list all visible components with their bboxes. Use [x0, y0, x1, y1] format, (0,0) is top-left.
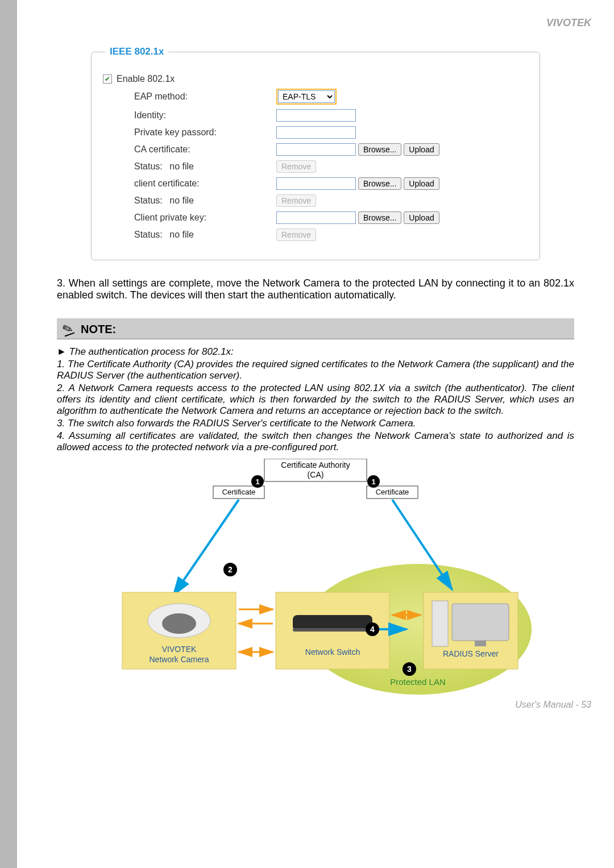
brand-text: VIVOTEK — [546, 17, 591, 28]
client-cert-upload-button[interactable]: Upload — [404, 177, 439, 190]
identity-row: Identity: — [103, 109, 528, 122]
diagram-svg: Certificate Authority (CA) Certificate C… — [99, 459, 532, 697]
ca-status-remove-button[interactable]: Remove — [276, 160, 316, 173]
eap-method-row: EAP method: EAP-TLS — [103, 89, 528, 105]
cpk-upload-button[interactable]: Upload — [404, 211, 439, 224]
enable-label: Enable 802.1x — [117, 74, 175, 84]
client-cert-file-input[interactable] — [276, 177, 356, 190]
ca-cert-label: CA certificate: — [134, 144, 276, 155]
pkp-label: Private key passord: — [134, 127, 276, 138]
arrow-ca-camera — [173, 500, 239, 595]
camera-dome-icon — [162, 613, 196, 634]
cert-right-text: Certificate — [376, 488, 409, 496]
page-content: IEEE 802.1x ✔ Enable 802.1x EAP method: … — [17, 35, 614, 700]
enable-row: ✔ Enable 802.1x — [103, 74, 528, 84]
footer-text: User's Manual - 53 — [515, 700, 591, 709]
cpk-status-row: Status: no file Remove — [103, 229, 528, 241]
note-line-1: 1. The Certificate Authority (CA) provid… — [57, 359, 574, 381]
ca-status-label: Status: no file — [134, 161, 276, 172]
cpk-browse-button[interactable]: Browse... — [358, 211, 401, 224]
note-line-2: 2. A Network Camera requests access to t… — [57, 383, 574, 417]
radius-label: RADIUS Server — [443, 649, 499, 658]
identity-input[interactable] — [276, 109, 356, 122]
ca-text-1: Certificate Authority — [281, 460, 350, 470]
cc-status-remove-button[interactable]: Remove — [276, 194, 316, 207]
svg-text:3: 3 — [407, 665, 412, 674]
svg-text:1: 1 — [371, 477, 375, 486]
note-line-4: 4. Assuming all certificates are validat… — [57, 430, 574, 453]
page-footer: User's Manual - 53 — [17, 700, 614, 727]
note-line-0: ► The authentication process for 802.1x: — [57, 346, 574, 358]
note-body: ► The authentication process for 802.1x:… — [57, 346, 574, 453]
identity-label: Identity: — [134, 110, 276, 121]
camera-label-2: Network Camera — [149, 655, 209, 664]
svg-text:4: 4 — [370, 625, 375, 634]
monitor-stand-icon — [475, 641, 486, 646]
ca-cert-browse-button[interactable]: Browse... — [358, 143, 401, 156]
cc-status-label: Status: no file — [134, 196, 276, 206]
ca-cert-row: CA certificate: Browse... Upload — [103, 143, 528, 156]
paragraph-3: 3. When all settings are complete, move … — [57, 277, 574, 301]
ieee-8021x-fieldset: IEEE 802.1x ✔ Enable 802.1x EAP method: … — [91, 52, 540, 260]
ca-text-2: (CA) — [308, 470, 324, 479]
cpk-file-input[interactable] — [276, 211, 356, 224]
cpk-row: Client private key: Browse... Upload — [103, 211, 528, 224]
pencil-icon: ✎ — [60, 321, 75, 338]
svg-text:2: 2 — [228, 565, 233, 574]
cert-left-text: Certificate — [222, 488, 256, 496]
eap-method-select[interactable]: EAP-TLS — [278, 90, 335, 103]
server-tower-icon — [432, 601, 448, 646]
auth-diagram: Certificate Authority (CA) Certificate C… — [99, 459, 532, 700]
eap-method-label: EAP method: — [134, 92, 276, 102]
enable-checkbox[interactable]: ✔ — [103, 74, 112, 84]
note-title: NOTE: — [81, 323, 116, 336]
client-cert-label: client certificate: — [134, 178, 276, 189]
cpk-status-label: Status: no file — [134, 230, 276, 240]
camera-label-1: VIVOTEK — [162, 645, 197, 654]
pkp-row: Private key passord: — [103, 126, 528, 139]
switch-base-icon — [293, 628, 372, 632]
fieldset-legend: IEEE 802.1x — [105, 46, 168, 57]
cpk-status-remove-button[interactable]: Remove — [276, 229, 316, 241]
client-cert-browse-button[interactable]: Browse... — [358, 177, 401, 190]
page: VIVOTEK IEEE 802.1x ✔ Enable 802.1x EAP … — [17, 0, 614, 868]
client-cert-row: client certificate: Browse... Upload — [103, 177, 528, 190]
page-header: VIVOTEK — [17, 0, 614, 35]
svg-text:1: 1 — [255, 477, 259, 486]
note-header: ✎ NOTE: — [57, 318, 574, 339]
pkp-input[interactable] — [276, 126, 356, 139]
eap-method-highlight: EAP-TLS — [276, 89, 337, 105]
ca-cert-upload-button[interactable]: Upload — [404, 143, 439, 156]
note-line-3: 3. The switch also forwards the RADIUS S… — [57, 418, 574, 429]
monitor-icon — [452, 604, 509, 641]
switch-label: Network Switch — [305, 647, 360, 657]
ca-status-row: Status: no file Remove — [103, 160, 528, 173]
ca-cert-file-input[interactable] — [276, 143, 356, 156]
cc-status-row: Status: no file Remove — [103, 194, 528, 207]
lan-label: Protected LAN — [390, 677, 446, 687]
cpk-label: Client private key: — [134, 213, 276, 223]
